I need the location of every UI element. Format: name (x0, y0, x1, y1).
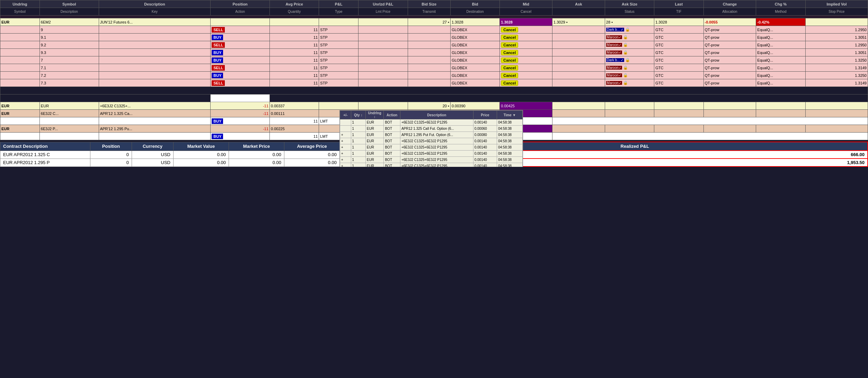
bottom-cell-position: 0 (90, 151, 132, 159)
cell-description (99, 56, 211, 64)
cell-action[interactable]: SELL (211, 79, 270, 87)
bottom-col-market-price[interactable]: Market Price (229, 142, 284, 151)
col-header-chgpct[interactable]: Chg % (756, 0, 805, 8)
popup-row: + 1 EUR BOT +6E3J2 C1325+6E3J2 P1295 0.0… (340, 157, 523, 163)
cell-cancel[interactable]: Cancel (500, 41, 552, 49)
cell-action[interactable]: BUY (211, 56, 270, 64)
cell-undrlyng (0, 56, 40, 64)
cell-undrlyng (0, 34, 40, 41)
cell-description (99, 49, 211, 56)
cell-destination: GLOBEX (450, 64, 499, 72)
cell-action[interactable]: SELL (211, 64, 270, 72)
table-row: 7 BUY 11 STP GLOBEX Cancel Dark b... ✓ 🔒… (0, 56, 868, 64)
cell-empty (552, 41, 605, 49)
cell-action[interactable]: BUY (211, 117, 270, 125)
popup-col-action[interactable]: Action (384, 111, 400, 119)
cell-tif: GTC (654, 49, 703, 56)
popup-cell-time: 04:58:38 (497, 144, 523, 151)
cell-cancel[interactable]: Cancel (500, 34, 552, 41)
cell-allocation: QT-prow (703, 26, 756, 34)
popup-cell-qty: 1 (351, 126, 365, 132)
popup-row: + 1 EUR BOT APR12 1.295 Put Fut. Option … (340, 132, 523, 138)
cell-description (99, 133, 211, 140)
cell-symbol: EUR (39, 102, 99, 110)
popup-col-time[interactable]: Time ▼ (497, 111, 523, 119)
cell-action[interactable]: BUY (211, 34, 270, 41)
bottom-col-market-value[interactable]: Market Value (174, 142, 229, 151)
cell-allocation: QT-prow (703, 34, 756, 41)
cell-transmit (408, 34, 450, 41)
col-header-undrlyng[interactable]: Undrlng (0, 0, 40, 8)
cell-status: Maroon✓ 🔒 (605, 49, 654, 56)
col-header-bidsize[interactable]: Bid Size (408, 0, 450, 8)
cell-position: -11 (211, 125, 270, 133)
bottom-col-position[interactable]: Position (90, 142, 132, 151)
cell-undrlyng (0, 72, 40, 79)
popup-col-undrlng[interactable]: Undrlng ↕ (365, 111, 384, 119)
bottom-cell-market-value: 0.00 (174, 151, 229, 159)
cell-transmit (408, 26, 450, 34)
cell-quantity: 11 (270, 41, 319, 49)
col-header-change[interactable]: Change (703, 0, 756, 8)
cell-action[interactable]: BUY (211, 72, 270, 79)
cell-destination: GLOBEX (450, 49, 499, 56)
bottom-col-description[interactable]: Contract Description (0, 142, 90, 151)
col-header-ask[interactable]: Ask (552, 0, 605, 8)
cell-cancel[interactable]: Cancel (500, 26, 552, 34)
col-header-impliedvol[interactable]: Implied Vol (805, 0, 868, 8)
cell-lmtprice (358, 56, 408, 64)
col-header-unrealized[interactable]: Unrlzd P&L (358, 0, 408, 8)
popup-cell-undrlng: EUR (365, 144, 384, 151)
cell-asksize: 28 • (605, 18, 654, 26)
cell-cancel[interactable]: Cancel (500, 49, 552, 56)
cell-lmtprice (358, 49, 408, 56)
cell-quantity: 11 (270, 34, 319, 41)
cell-description: +6E3J2 C1325+... (99, 102, 211, 110)
col-header-last[interactable]: Last (654, 0, 703, 8)
cell-action[interactable]: BUY (211, 49, 270, 56)
popup-col-plusminus[interactable]: +/- (340, 111, 351, 119)
popup-cell-action: BOT (384, 119, 400, 126)
cell-avgprice: 0.00111 (270, 110, 319, 117)
cell-cancel[interactable]: Cancel (500, 64, 552, 72)
col-header-asksize[interactable]: Ask Size (605, 0, 654, 8)
cell-transmit (408, 64, 450, 72)
bottom-col-avg-price[interactable]: Average Price (284, 142, 340, 151)
cell-cancel[interactable]: Cancel (500, 56, 552, 64)
cell-ask (552, 102, 605, 110)
table-row: EUR EUR +6E3J2 C1325+... -11 0.00337 20 … (0, 102, 868, 110)
popup-cell-price: 0.00140 (473, 157, 497, 163)
col-subheader-tif: TIF (654, 8, 703, 16)
cell-cancel[interactable]: Cancel (500, 79, 552, 87)
cell-impliedvol (805, 102, 868, 110)
popup-col-price[interactable]: Price (473, 111, 497, 119)
cell-bidsize: 20 • (408, 102, 450, 110)
col-header-avgprice[interactable]: Avg Price (270, 0, 319, 8)
bottom-col-currency[interactable]: Currency (132, 142, 174, 151)
cell-ordertype: STP (319, 41, 358, 49)
cell-transmit (408, 56, 450, 64)
col-header-description[interactable]: Description (99, 0, 211, 8)
col-subheader-status: Status (605, 8, 654, 16)
cell-lmtprice (358, 26, 408, 34)
cell-action[interactable]: BUY (211, 133, 270, 140)
popup-cell-price: 0.00140 (473, 119, 497, 126)
cell-action[interactable]: SELL (211, 41, 270, 49)
cell-description (99, 79, 211, 87)
cell-action[interactable]: SELL (211, 26, 270, 34)
col-header-mid[interactable]: Mid (500, 0, 552, 8)
col-header-pnl[interactable]: P&L (319, 0, 358, 8)
cell-cancel[interactable]: Cancel (500, 72, 552, 79)
popup-cell-action: BOT (384, 151, 400, 157)
cell-change (703, 102, 756, 110)
col-header-position[interactable]: Position (211, 0, 270, 8)
cell-allocation: QT-prow (703, 56, 756, 64)
col-header-bid[interactable]: Bid (450, 0, 499, 8)
popup-cell-time: 04:58:38 (497, 163, 523, 167)
col-header-symbol[interactable]: Symbol (39, 0, 99, 8)
cell-pnl (319, 18, 358, 26)
cell-symbol: 9.2 (39, 41, 99, 49)
popup-col-description[interactable]: Description (400, 111, 473, 119)
col-subheader-destination: Destination (450, 8, 499, 16)
popup-col-qty[interactable]: Qty ↕ (351, 111, 365, 119)
